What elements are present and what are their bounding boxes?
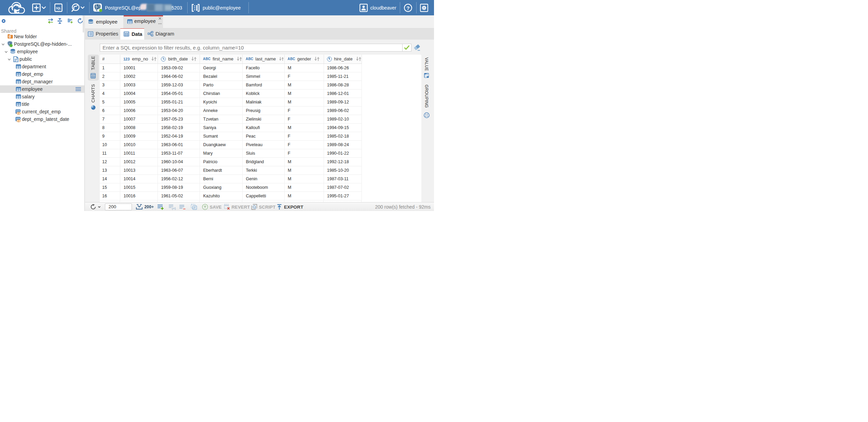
- svg-text:(+): (+): [172, 207, 176, 210]
- svg-text:SQL: SQL: [56, 6, 61, 10]
- svg-text:?: ?: [406, 5, 409, 11]
